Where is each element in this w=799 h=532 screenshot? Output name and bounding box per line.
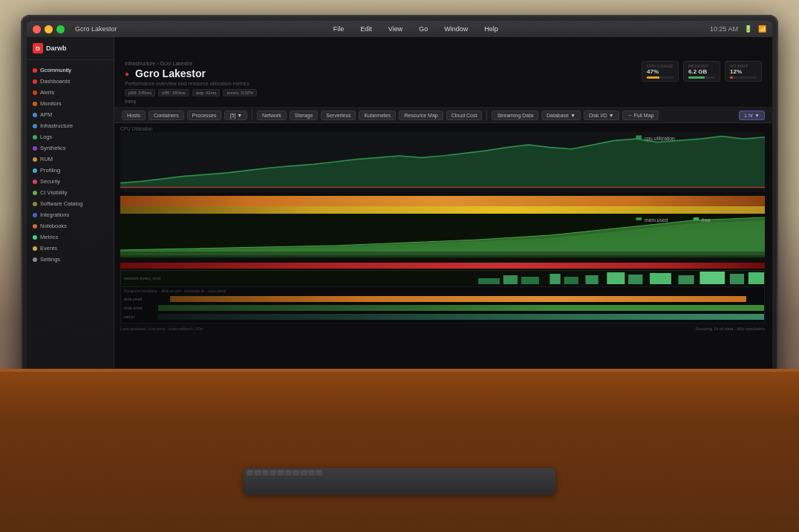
stat-mem-bar <box>688 76 715 79</box>
sidebar-item-logs[interactable]: Logs <box>27 131 114 142</box>
timeline-bar-3 <box>158 314 764 320</box>
sidebar-dot <box>33 202 37 206</box>
svg-rect-21 <box>730 274 744 284</box>
svg-rect-15 <box>585 275 598 284</box>
sidebar-item-events[interactable]: Events <box>27 243 114 254</box>
key[interactable] <box>247 470 253 476</box>
page-subtitle: Performance overview and resource utiliz… <box>125 81 257 86</box>
timeline-row-3: net.in <box>121 312 764 321</box>
toolbar-btn-fullmap[interactable]: → Full Map <box>622 111 659 120</box>
red-bar <box>120 263 765 269</box>
sidebar-label: Logs <box>40 134 52 140</box>
sidebar-label: CI Visibility <box>40 189 68 196</box>
topbar-battery: 🔋 <box>744 25 752 33</box>
green-mini-bars: network.bytes_rcvd <box>120 270 765 285</box>
topbar-menu-help[interactable]: Help <box>484 25 498 33</box>
sidebar-item-settings[interactable]: Settings <box>27 254 114 265</box>
stat-io: I/O Wait 12% <box>725 61 762 82</box>
stat-io-bar <box>730 76 757 79</box>
key[interactable] <box>270 470 276 476</box>
timeline-bar-container-3 <box>158 312 764 321</box>
topbar-wifi: 📶 <box>758 25 766 33</box>
toolbar-btn-containers[interactable]: Containers <box>149 111 184 120</box>
sidebar-dot <box>33 68 37 73</box>
sidebar-item-metrics[interactable]: Metrics <box>27 231 114 243</box>
topbar-menu-edit[interactable]: Edit <box>360 25 372 33</box>
toolbar-btn-streaming[interactable]: Streaming Data <box>492 111 538 120</box>
sidebar-dot <box>33 102 37 106</box>
svg-rect-16 <box>607 272 624 284</box>
sidebar-item-alerts[interactable]: Alerts <box>27 87 114 98</box>
sidebar-label: Metrics <box>40 234 58 240</box>
sidebar-item-security[interactable]: Security <box>27 176 114 187</box>
sidebar-item-apm[interactable]: APM <box>27 109 114 120</box>
key[interactable] <box>285 470 292 476</box>
key[interactable] <box>308 470 315 476</box>
sidebar-label: Events <box>40 245 57 252</box>
topbar-right-icons: 10:25 AM 🔋 📶 <box>710 25 766 33</box>
svg-text:mem.used: mem.used <box>645 217 668 223</box>
svg-rect-5 <box>636 217 642 220</box>
sidebar-item-synthetics[interactable]: Synthetics <box>27 142 114 154</box>
svg-rect-13 <box>549 274 560 284</box>
sidebar-label: Security <box>40 178 60 185</box>
breadcrumb: Infrastructure › Gcro Lаkеstor <box>125 61 257 66</box>
toolbar-btn-network[interactable]: Network <box>257 111 287 120</box>
key[interactable] <box>277 470 284 476</box>
sidebar-item-integrations[interactable]: Integrations <box>27 209 114 220</box>
topbar-menu-go[interactable]: Go <box>419 25 428 33</box>
sidebar-label: Synthetics <box>40 145 66 151</box>
sidebar-dot <box>33 168 37 173</box>
timeline-header: Request timeline · disk.io.util · networ… <box>121 289 764 293</box>
memory-area-chart: mem.used free <box>120 214 765 259</box>
toolbar-btn-cloudcost[interactable]: Cloud Cost <box>446 111 483 120</box>
sidebar-dot <box>33 135 37 139</box>
toolbar-btn-serverless[interactable]: Serverless <box>321 111 356 120</box>
sidebar-item-infrastructure[interactable]: Infrastructure <box>27 120 114 131</box>
topbar-menu-file[interactable]: File <box>333 25 345 33</box>
svg-rect-22 <box>749 272 764 284</box>
topbar-time: 10:25 AM <box>710 25 738 33</box>
timeline-row-2: disk.write <box>121 303 764 312</box>
toolbar-btn-storage[interactable]: Storage <box>290 111 319 120</box>
stat-cpu-fill <box>647 76 659 79</box>
minimize-button[interactable] <box>45 25 53 33</box>
logo-circle-icon: ● <box>125 70 129 78</box>
key[interactable] <box>300 470 307 476</box>
cpu-chart-label: CPU Utilization <box>120 126 765 131</box>
sidebar-item-community[interactable]: Gcommunity <box>27 65 114 76</box>
sidebar-item-profiling[interactable]: Profiling <box>27 165 114 176</box>
sidebar-item-ci[interactable]: CI Visibility <box>27 187 114 198</box>
page-title: Gcro Lаkеstor <box>135 68 206 79</box>
sidebar-item-notebooks[interactable]: Notebooks <box>27 220 114 231</box>
toolbar-btn-resourcemap[interactable]: Resource Map <box>399 111 443 120</box>
toolbar-btn-processes[interactable]: Processes <box>187 111 222 120</box>
sidebar-label: RUM <box>40 156 53 162</box>
toolbar-btn-hosts[interactable]: Hosts <box>122 111 146 120</box>
key[interactable] <box>254 470 261 476</box>
toolbar-btn-timerange[interactable]: 1 hr ▼ <box>739 111 765 120</box>
stat-cpu-value: 47% <box>647 68 674 75</box>
timeline-label-2: disk.write <box>121 306 158 310</box>
sidebar-item-catalog[interactable]: Software Catalog <box>27 198 114 209</box>
footer-text: Last updated: just now · Auto-refresh: 3… <box>120 326 203 331</box>
close-button[interactable] <box>33 25 41 33</box>
timeline-bar-container-1 <box>158 295 764 303</box>
sidebar-item-dashboards[interactable]: Dashboards <box>27 76 114 87</box>
room-background: Gcro Lаkеstor File Edit View Go Window H… <box>0 0 799 532</box>
topbar-menu-view[interactable]: View <box>388 25 402 33</box>
key[interactable] <box>316 470 322 476</box>
sidebar-item-rum[interactable]: RUM <box>27 154 114 165</box>
svg-rect-17 <box>628 275 642 284</box>
sidebar-item-monitors[interactable]: Monitors <box>27 98 114 109</box>
stacked-bars-section <box>120 196 765 214</box>
key[interactable] <box>262 470 269 476</box>
toolbar-btn-kubernetes[interactable]: Kubernetes <box>359 111 396 120</box>
toolbar-btn-database[interactable]: Database ▼ <box>541 111 581 120</box>
toolbar-btn-filter5[interactable]: [5] ▼ <box>224 111 247 120</box>
desk <box>0 369 799 532</box>
topbar-menu-window[interactable]: Window <box>444 25 468 33</box>
fullscreen-button[interactable] <box>56 25 65 33</box>
toolbar-btn-diskio[interactable]: Disk I/O ▼ <box>584 111 619 120</box>
key[interactable] <box>293 470 299 476</box>
